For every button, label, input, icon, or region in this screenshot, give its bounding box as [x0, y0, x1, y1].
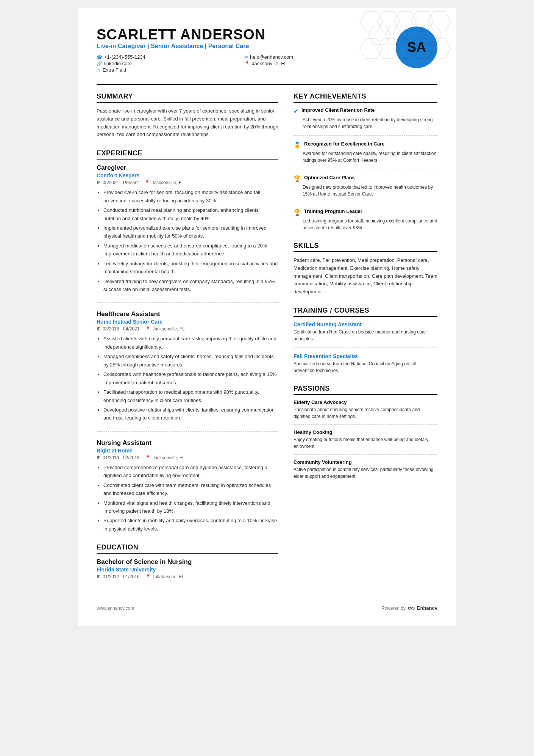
contact-location: 📍 Jacksonville, FL: [244, 61, 384, 66]
training-1-title: Certified Nursing Assistant: [294, 321, 437, 327]
job-2-bullet-2: Managed cleanliness and safety of client…: [103, 352, 278, 369]
contact-phone: ☎ +1-(234)-555-1234: [97, 54, 237, 60]
email-icon: ✉: [244, 55, 248, 60]
job-2-location: 📍 Jacksonville, FL: [145, 326, 184, 332]
job-3-bullets: Provided comprehensive personal care and…: [97, 463, 278, 533]
education-title: EDUCATION: [97, 543, 278, 554]
header-divider: [97, 84, 437, 85]
skills-title: SKILLS: [294, 242, 437, 252]
edu-1-school: Florida State University: [97, 567, 278, 573]
passion-3-title: Community Volunteering: [294, 459, 437, 465]
achievement-1-header: ✔ Improved Client Retention Rate: [294, 107, 437, 115]
training-1: Certified Nursing Assistant Certificatio…: [294, 321, 437, 348]
experience-section: EXPERIENCE Caregiver Comfort Keepers 🗓 0…: [97, 149, 278, 533]
achievement-3-header: 🏆 Optimized Care Plans: [294, 175, 437, 182]
passion-1-title: Elderly Care Advocacy: [294, 399, 437, 405]
edu-1: Bachelor of Science in Nursing Florida S…: [97, 558, 278, 579]
achievements-section: KEY ACHIEVEMENTS ✔ Improved Client Reten…: [294, 92, 437, 231]
edu-1-date: 🗓 01/2012 - 01/2016: [97, 574, 139, 579]
job-3-company: Right at Home: [97, 448, 278, 454]
enhancv-infinity-logo: [408, 606, 415, 611]
avatar: SA: [396, 27, 437, 68]
contact-extra: ☆ Extra Field: [97, 67, 237, 73]
job-2-company: Home Instead Senior Care: [97, 319, 278, 325]
skills-text: Patient care, Fall prevention, Meal prep…: [294, 257, 437, 296]
training-title: TRAINING / COURSES: [294, 307, 437, 317]
achievement-2-text: Awarded for outstanding care quality, re…: [294, 150, 437, 164]
training-1-desc: Certification from Red Cross on bedside …: [294, 329, 437, 342]
achievement-2-title: Recognized for Excellence in Care: [304, 141, 384, 147]
calendar-icon-3: 🗓: [97, 455, 101, 460]
phone-icon: ☎: [97, 55, 102, 60]
job-3: Nursing Assistant Right at Home 🗓 01/201…: [97, 439, 278, 533]
job-3-bullet-3: Monitored vital signs and health changes…: [103, 499, 278, 515]
job-3-location: 📍 Jacksonville, FL: [145, 455, 184, 460]
job-3-bullet-2: Coordinated client care with team member…: [103, 481, 278, 498]
pin-icon-3: 📍: [145, 455, 151, 460]
footer-website: www.enhancv.com: [97, 606, 134, 611]
trophy-icon-1: 🏆: [294, 175, 301, 182]
job-2: Healthcare Assistant Home Instead Senior…: [97, 310, 278, 431]
job-1-meta: 🗓 05/2021 - Present 📍 Jacksonville, FL: [97, 180, 278, 185]
extra-text: Extra Field: [103, 67, 126, 73]
candidate-name: SCARLETT ANDERSON: [97, 27, 384, 43]
phone-text: +1-(234)-555-1234: [104, 54, 145, 60]
achievement-4: 🏆 Training Program Leader Led training p…: [294, 208, 437, 231]
location-icon: 📍: [244, 61, 250, 66]
checkmark-icon: ✔: [294, 108, 298, 115]
training-section: TRAINING / COURSES Certified Nursing Ass…: [294, 307, 437, 374]
contact-list: ☎ +1-(234)-555-1234 ✉ help@enhancv.com 🔗…: [97, 54, 384, 73]
achievement-1-text: Achieved a 20% increase in client retent…: [294, 116, 437, 130]
link-icon: 🔗: [97, 61, 102, 66]
header: SCARLETT ANDERSON Live-in Caregiver | Se…: [97, 27, 437, 73]
experience-title: EXPERIENCE: [97, 149, 278, 160]
achievement-4-text: Led training programs for staff, achievi…: [294, 218, 437, 231]
job-2-bullet-3: Collaborated with healthcare professiona…: [103, 370, 278, 387]
achievement-3-text: Designed new protocols that led to impro…: [294, 184, 437, 197]
education-section: EDUCATION Bachelor of Science in Nursing…: [97, 543, 278, 579]
job-3-title: Nursing Assistant: [97, 439, 278, 447]
job-2-bullet-1: Assisted clients with daily personal car…: [103, 335, 278, 351]
powered-by-text: Powered by: [381, 606, 405, 611]
job-1-bullet-2: Conducted nutritional meal planning and …: [103, 206, 278, 222]
job-2-bullet-4: Facilitated transportation to medical ap…: [103, 388, 278, 404]
footer: www.enhancv.com Powered by Enhancv: [97, 601, 437, 611]
pin-icon-edu: 📍: [145, 574, 151, 579]
footer-brand: Powered by Enhancv: [381, 605, 437, 611]
location-text: Jacksonville, FL: [252, 61, 287, 66]
passions-section: PASSIONS Elderly Care Advocacy Passionat…: [294, 385, 437, 480]
job-3-date: 🗓 01/2016 - 02/2018: [97, 455, 139, 460]
achievement-2: 🏅 Recognized for Excellence in Care Awar…: [294, 141, 437, 169]
job-1-location: 📍 Jacksonville, FL: [144, 180, 184, 185]
job-2-meta: 🗓 03/2018 - 04/2021 📍 Jacksonville, FL: [97, 326, 278, 332]
passion-3: Community Volunteering Active participat…: [294, 459, 437, 480]
left-column: SUMMARY Passionate live-in caregiver wit…: [97, 92, 278, 590]
brand-name: Enhancv: [417, 605, 437, 611]
summary-text: Passionate live-in caregiver with over 7…: [97, 107, 278, 139]
trophy-icon-2: 🏆: [294, 209, 301, 216]
medal-icon: 🏅: [294, 141, 301, 149]
job-3-meta: 🗓 01/2016 - 02/2018 📍 Jacksonville, FL: [97, 455, 278, 460]
training-2-title: Fall Prevention Specialist: [294, 353, 437, 359]
calendar-icon-edu: 🗓: [97, 574, 101, 579]
job-3-bullet-1: Provided comprehensive personal care and…: [103, 463, 278, 480]
job-1-company: Comfort Keepers: [97, 172, 278, 178]
job-1-bullet-5: Led weekly outings for clients, boosting…: [103, 260, 278, 276]
resume-page: SCARLETT ANDERSON Live-in Caregiver | Se…: [78, 8, 456, 626]
summary-section: SUMMARY Passionate live-in caregiver wit…: [97, 92, 278, 139]
contact-linkedin: 🔗 linkedin.com: [97, 61, 237, 66]
passion-3-desc: Active participation in community servic…: [294, 466, 437, 480]
summary-title: SUMMARY: [97, 92, 278, 103]
training-2-desc: Specialized course from the National Cou…: [294, 360, 437, 374]
contact-email: ✉ help@enhancv.com: [244, 54, 384, 60]
passion-1-desc: Passionate about ensuring seniors receiv…: [294, 406, 437, 420]
pin-icon: 📍: [144, 180, 150, 185]
job-1-date: 🗓 05/2021 - Present: [97, 180, 139, 185]
skills-section: SKILLS Patient care, Fall prevention, Me…: [294, 242, 437, 296]
edu-1-meta: 🗓 01/2012 - 01/2016 📍 Tallahassee, FL: [97, 574, 278, 579]
star-icon: ☆: [97, 67, 101, 73]
job-1-bullet-4: Managed medication schedules and ensured…: [103, 242, 278, 258]
job-2-bullet-5: Developed positive relationships with cl…: [103, 406, 278, 422]
calendar-icon-2: 🗓: [97, 326, 101, 332]
email-text: help@enhancv.com: [250, 54, 293, 60]
